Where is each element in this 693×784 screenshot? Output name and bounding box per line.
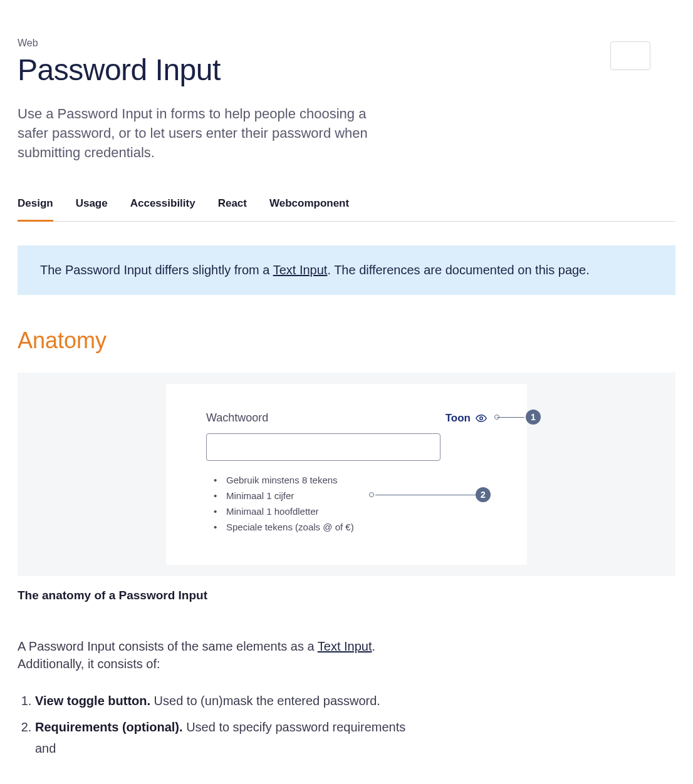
annotation-marker-2: 2 [476, 487, 491, 502]
elements-list: View toggle button. Used to (un)mask the… [18, 690, 419, 759]
tabs: Design Usage Accessibility React Webcomp… [18, 197, 675, 222]
toc-icon [624, 51, 637, 61]
tab-webcomponent[interactable]: Webcomponent [269, 197, 349, 221]
requirement-item: Minimaal 1 hoofdletter [206, 506, 440, 517]
breadcrumb: Web [18, 38, 675, 49]
notice-post: . The differences are documented on this… [327, 263, 589, 277]
tab-accessibility[interactable]: Accessibility [130, 197, 195, 221]
notice-pre: The Password Input differs slightly from… [40, 263, 273, 277]
annotation-line-2 [375, 495, 476, 495]
tab-design[interactable]: Design [18, 197, 53, 221]
figure-caption: The anatomy of a Password Input [18, 589, 675, 602]
body-paragraph: A Password Input consists of the same el… [18, 637, 419, 673]
requirement-item: Gebruik minstens 8 tekens [206, 475, 440, 485]
requirements-list: Gebruik minstens 8 tekens Minimaal 1 cij… [206, 475, 440, 532]
page-title: Password Input [18, 53, 675, 87]
view-toggle: Toon 1 [446, 412, 487, 425]
tab-usage[interactable]: Usage [76, 197, 108, 221]
list-item-strong: Requirements (optional). [35, 720, 183, 734]
body-link-text-input[interactable]: Text Input [318, 639, 372, 653]
notice-link-text-input[interactable]: Text Input [273, 263, 328, 277]
list-item-strong: View toggle button. [35, 694, 150, 708]
password-input-box [206, 433, 440, 461]
toc-toggle-button[interactable] [610, 41, 650, 70]
eye-icon [476, 414, 487, 423]
page-description: Use a Password Input in forms to help pe… [18, 105, 393, 162]
annotation-line-1 [497, 417, 524, 418]
requirement-item: Minimaal 1 cijfer [206, 490, 440, 501]
svg-point-0 [480, 417, 483, 420]
anatomy-card: Wachtwoord Toon 1 Gebruik minstens 8 tek… [166, 384, 527, 565]
body-pre: A Password Input consists of the same el… [18, 639, 318, 653]
info-notice: The Password Input differs slightly from… [18, 245, 675, 295]
field-label: Wachtwoord [206, 411, 268, 425]
anatomy-figure: Wachtwoord Toon 1 Gebruik minstens 8 tek… [18, 373, 675, 576]
annotation-marker-1: 1 [526, 410, 541, 425]
list-item: View toggle button. Used to (un)mask the… [35, 690, 419, 711]
view-toggle-text: Toon [446, 412, 471, 425]
list-item: Requirements (optional). Used to specify… [35, 716, 419, 759]
tab-react[interactable]: React [218, 197, 247, 221]
list-item-text: Used to (un)mask the entered password. [150, 694, 380, 708]
section-title-anatomy: Anatomy [18, 328, 675, 354]
requirement-item: Speciale tekens (zoals @ of €) [206, 522, 440, 532]
